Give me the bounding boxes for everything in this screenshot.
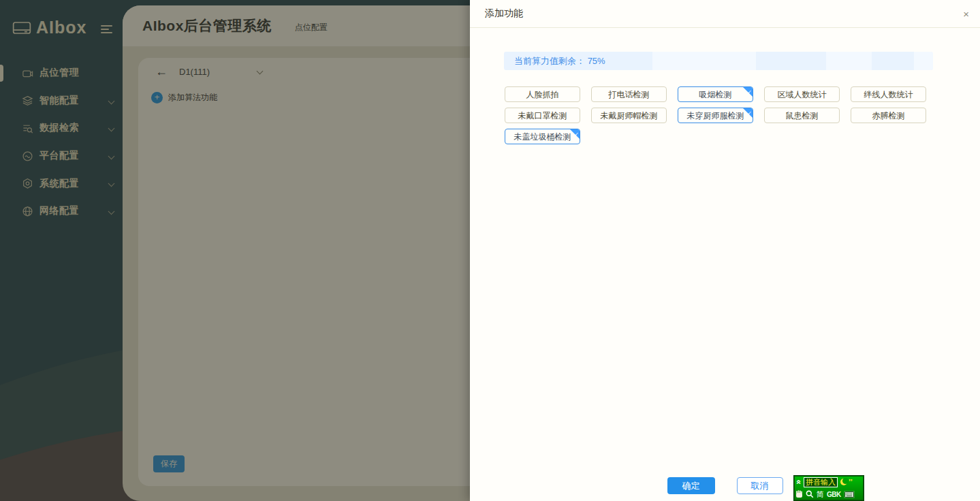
function-option-label: 未戴口罩检测 [518,111,567,120]
confirm-button[interactable]: 确定 [667,477,715,494]
ime-toggle-icon[interactable]: « [795,479,802,485]
function-option-label: 绊线人数统计 [864,90,913,99]
function-option-label: 打电话检测 [609,90,650,99]
function-option-label: 区域人数统计 [778,90,827,99]
function-option[interactable]: 打电话检测 [591,86,667,102]
function-option[interactable]: 赤膊检测 [851,108,926,123]
ime-mode-label[interactable]: 拼音输入 [804,477,838,487]
function-option-label: 未穿厨师服检测 [687,111,744,120]
function-option[interactable]: 未戴厨师帽检测 [591,108,667,123]
ime-magnifier-icon[interactable] [806,490,814,498]
cancel-button[interactable]: 取消 [737,477,783,494]
function-option-label: 鼠患检测 [786,111,819,120]
ime-encoding-label[interactable]: GBK [827,491,841,498]
ime-simplified-label[interactable]: 简 [817,489,824,500]
ime-punctuation-icon[interactable]: ’’ [849,479,853,485]
drawer-header: 添加功能 × [470,0,980,28]
compute-remaining-label: 当前算力值剩余： [514,56,585,66]
function-option-label: 未戴厨师帽检测 [601,111,658,120]
function-option[interactable]: 吸烟检测 [678,86,753,102]
close-icon[interactable]: × [963,9,969,19]
function-option-label: 吸烟检测 [699,90,732,99]
ime-panel[interactable]: « 拼音输入 ’’ 简 GBK [793,475,864,501]
ime-keyboard-icon[interactable] [844,491,855,498]
function-option[interactable]: 区域人数统计 [764,86,840,102]
function-grid: 人脸抓拍 打电话检测 吸烟检测 区域人数统计 绊线人数统计 未戴口罩检测 未戴厨… [505,86,944,150]
ime-halfwidth-moon-icon[interactable] [840,479,847,485]
ime-top-row: « 拼音输入 ’’ [794,476,864,488]
drawer-footer: 确定 取消 [470,477,980,494]
drawer-title: 添加功能 [485,7,523,20]
compute-remaining-alert: 当前算力值剩余： 75% [504,52,933,70]
function-option-label: 人脸抓拍 [526,90,559,99]
function-option-label: 未盖垃圾桶检测 [514,132,571,142]
function-option[interactable]: 人脸抓拍 [505,86,580,102]
add-function-drawer: 添加功能 × 当前算力值剩余： 75% 人脸抓拍 打电话检测 吸烟检测 区域人数… [470,0,980,501]
function-option[interactable]: 未盖垃圾桶检测 [505,129,580,144]
compute-remaining-value: 75% [588,56,605,66]
function-option[interactable]: 未穿厨师服检测 [678,108,753,123]
ime-hand-icon[interactable] [795,490,803,498]
function-option[interactable]: 鼠患检测 [764,108,840,123]
ime-bottom-row: 简 GBK [794,488,864,500]
function-option[interactable]: 绊线人数统计 [851,86,926,102]
function-option[interactable]: 未戴口罩检测 [505,108,580,123]
function-option-label: 赤膊检测 [872,111,905,120]
